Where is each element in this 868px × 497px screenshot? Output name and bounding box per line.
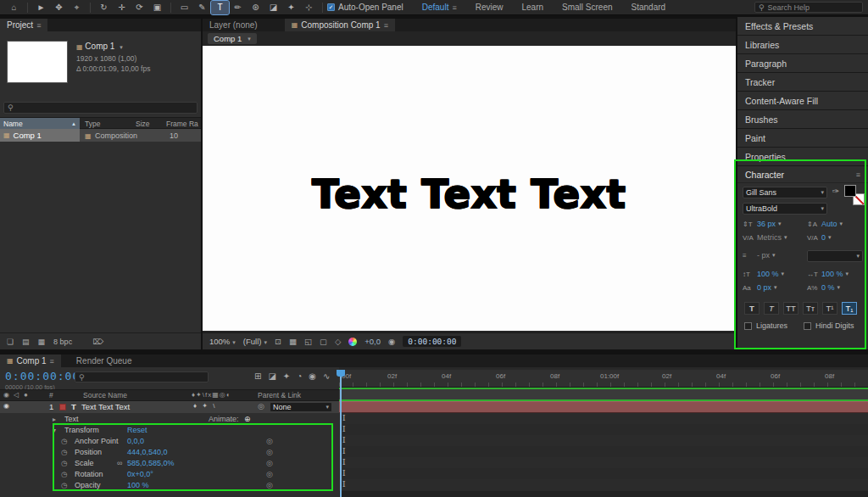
tsume-control[interactable]: A% 0 % ▾ [807,283,840,292]
stroke-style-select[interactable]: ▾ [807,250,863,262]
pan-behind-tool-icon[interactable]: ▣ [148,1,166,14]
animate-menu-icon[interactable]: ⊕ [244,414,251,425]
panel-menu-icon[interactable]: ≡ [384,21,388,30]
scale-label[interactable]: Scale [75,458,94,469]
transparency-grid-icon[interactable]: ▦ [289,337,297,346]
tab-layer[interactable]: Layer (none) [203,19,264,31]
chevron-down-icon[interactable]: ▾ [778,221,782,227]
pickwhip-icon[interactable]: ◎ [266,469,273,480]
layer-row[interactable]: ◉ 1 T Text Text Text ♦ ✦ \ ◎ None ▾ [0,401,339,413]
ligatures-option[interactable]: Ligatures [744,321,787,330]
layer-name[interactable]: Text Text Text [81,402,130,411]
column-type[interactable]: Type [85,120,100,128]
small-caps-button[interactable]: Tᴛ [803,302,818,315]
new-folder-icon[interactable]: ▤ [22,338,30,346]
chevron-down-icon[interactable]: ▾ [840,221,843,227]
playhead-handle[interactable] [337,370,345,377]
rotation-row[interactable]: ◷ Rotation 0x+0,0° ◎ [0,469,339,480]
panel-tab-paint[interactable]: Paint [737,129,868,148]
project-item-title[interactable]: ▦ Comp 1 ▾ [76,42,123,51]
anchor-point-label[interactable]: Anchor Point [75,436,119,447]
tracking-control[interactable]: V/A 0 ▾ [807,233,832,242]
brush-tool-icon[interactable]: ✏ [229,1,247,14]
new-comp-icon[interactable]: ▦ [38,338,46,346]
font-style-select[interactable]: UltraBold ▾ [743,203,827,215]
rotation-label[interactable]: Rotation [75,469,103,480]
position-row[interactable]: ◷ Position 444,0,540,0 ◎ [0,447,339,458]
faux-italic-button[interactable]: T [764,302,779,315]
chevron-down-icon[interactable]: ▾ [120,44,123,50]
layer-switches[interactable]: ♦ ✦ \ [193,402,216,410]
position-value[interactable]: 444,0,540,0 [127,447,168,458]
region-of-interest-icon[interactable]: ▢ [320,337,327,346]
panel-tab-paragraph[interactable]: Paragraph [737,54,868,73]
stroke-width-value[interactable]: - px [757,251,770,260]
chevron-down-icon[interactable]: ▾ [846,271,849,277]
transform-reset-button[interactable]: Reset [127,425,147,436]
exposure-value[interactable]: +0,0 [364,337,381,346]
layer-duration-bar[interactable] [339,401,868,413]
font-size-control[interactable]: ⇕T 36 px ▾ [743,220,782,228]
panel-menu-icon[interactable]: ≡ [856,170,860,179]
text-group-row[interactable]: ▸ Text Animate: ⊕ [0,414,339,425]
parent-select[interactable]: None ▾ [270,402,332,412]
composition-canvas[interactable]: Text Text Text [203,46,736,331]
pickwhip-icon[interactable]: ◎ [266,458,273,469]
chevron-down-icon[interactable]: ▾ [248,36,251,42]
trash-icon[interactable]: ⌦ [92,338,103,346]
orbit-camera-tool-icon[interactable]: ↻ [95,1,113,14]
chevron-down-icon[interactable]: ▾ [782,271,785,277]
layer-label-chip[interactable] [59,404,66,410]
frame-blend-icon[interactable]: ◔ [297,371,302,381]
clone-stamp-tool-icon[interactable]: ⊛ [247,1,264,14]
stroke-width-control[interactable]: ≡ - px ▾ [743,251,776,260]
panel-menu-icon[interactable]: ≡ [50,357,54,366]
type-tool-icon[interactable]: T [211,1,229,14]
home-icon[interactable]: ⌂ [5,1,23,14]
project-row-name-cell[interactable]: ▦ Comp 1 [0,129,80,142]
kerning-control[interactable]: V/A Metrics ▾ [743,233,787,242]
opacity-row[interactable]: ◷ Opacity 100 % ◎ [0,480,339,491]
graph-editor-icon[interactable]: ∿ [323,371,330,381]
mask-visibility-icon[interactable]: ◱ [304,337,312,346]
scale-value[interactable]: 585,0,585,0% [127,458,175,469]
workspace-tab-default[interactable]: Default [422,3,449,12]
interpret-footage-icon[interactable]: ❏ [7,338,14,346]
rotation-tool-icon[interactable]: ⟳ [131,1,148,14]
pickwhip-icon[interactable]: ◎ [266,480,273,491]
playhead-line[interactable] [340,370,342,497]
viewer-timecode[interactable]: 0:00:00:00 [403,336,461,347]
grid-guides-icon[interactable]: ◇ [335,337,341,346]
hand-tool-icon[interactable]: ✥ [50,1,68,14]
parent-link-column[interactable]: Parent & Link [258,391,301,399]
help-search-box[interactable]: ⚲ Search Help [754,2,863,13]
panel-tab-effects-presets[interactable]: Effects & Presets [737,17,868,36]
stopwatch-icon[interactable]: ◷ [61,480,67,491]
time-ruler[interactable]: 00f 02f 04f 06f 08f 01:00f 02f 04f 06f 0… [339,370,868,388]
work-area-bar[interactable] [339,389,868,399]
workspace-tab-standard[interactable]: Standard [632,3,666,12]
panel-tab-properties[interactable]: Properties [737,148,868,166]
project-search-input[interactable]: ⚲ [3,102,198,114]
safe-guides-icon[interactable]: ⊡ [275,337,281,346]
tab-timeline-comp1[interactable]: ▦ Comp 1 ≡ [0,355,61,367]
leading-value[interactable]: Auto [821,220,837,228]
transform-group-row[interactable]: ▾ Transform Reset [0,425,339,436]
panel-tab-brushes[interactable]: Brushes [737,110,868,129]
tsume-value[interactable]: 0 % [821,283,835,292]
opacity-label[interactable]: Opacity [75,480,101,491]
font-family-select[interactable]: Gill Sans ▾ [743,187,827,198]
shy-icon[interactable]: ✦ [283,371,290,381]
chevron-down-icon[interactable]: ▾ [828,234,832,241]
eye-icon[interactable]: ◉ [3,402,9,410]
selection-tool-icon[interactable]: ► [32,1,50,14]
baseline-shift-control[interactable]: Aa 0 px ▾ [743,283,777,292]
workspace-tab-review[interactable]: Review [476,3,504,12]
anchor-point-row[interactable]: ◷ Anchor Point 0,0,0 ◎ [0,436,339,447]
pen-tool-icon[interactable]: ✎ [193,1,211,14]
comp-flowchart-icon[interactable]: ⊞ [254,371,261,381]
zoom-tool-icon[interactable]: ⌖ [68,1,86,14]
pickwhip-icon[interactable]: ◎ [266,436,273,447]
roto-brush-tool-icon[interactable]: ✦ [282,1,300,14]
text-group-label[interactable]: Text [64,414,79,425]
